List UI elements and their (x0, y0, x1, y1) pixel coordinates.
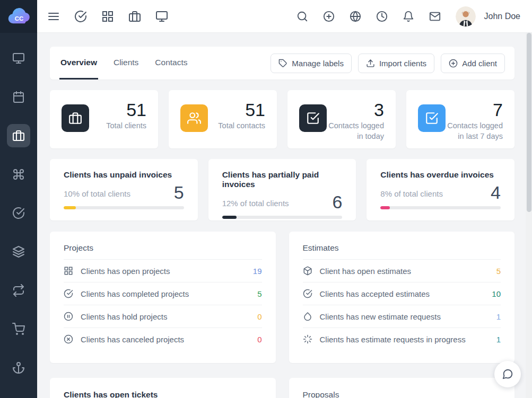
add-client-button[interactable]: Add client (441, 54, 505, 73)
card-title: Clients has partially paid invoices (222, 170, 343, 189)
tab-overview[interactable]: Overview (59, 47, 98, 79)
row-value: 19 (253, 267, 262, 276)
avatar[interactable] (456, 6, 476, 26)
plus-circle-icon (449, 59, 458, 68)
card-subtitle: 12% of total clients (222, 199, 289, 211)
unpaid-invoices-card[interactable]: Clients has unpaid invoices 10% of total… (50, 159, 198, 220)
plus-circle-icon[interactable] (323, 11, 335, 22)
cloud-logo-icon: CC (6, 6, 31, 26)
list-item-canceled-projects[interactable]: Clients has canceled projects 0 (64, 328, 262, 350)
bell-icon[interactable] (403, 11, 414, 22)
users-icon (180, 104, 208, 132)
message-circle-icon (502, 368, 513, 380)
loader-icon (303, 334, 312, 344)
grid-icon[interactable] (101, 10, 114, 23)
open-tickets-panel: Clients has open tickets (50, 378, 276, 398)
row-value: 1 (496, 312, 501, 321)
row-value: 0 (257, 312, 261, 321)
app-window: CC (0, 0, 532, 398)
stat-card-total-clients[interactable]: 51 Total clients (50, 90, 158, 148)
progress-fill (380, 206, 390, 209)
bottom-cards-row: Clients has open tickets Proposals (50, 378, 514, 398)
pause-circle-icon (64, 312, 73, 321)
check-circle-icon (303, 289, 312, 298)
progress-bar (222, 216, 343, 219)
row-value: 0 (257, 335, 261, 344)
grid-icon (64, 266, 73, 276)
progress-fill (222, 216, 237, 219)
sidebar: CC (0, 0, 37, 398)
progress-bar (64, 206, 184, 209)
list-item-open-projects[interactable]: Clients has open projects 19 (64, 259, 262, 282)
card-title: Clients has unpaid invoices (64, 170, 184, 180)
sidebar-item-book-icon[interactable] (7, 395, 30, 398)
tab-clients[interactable]: Clients (112, 47, 139, 79)
globe-icon[interactable] (350, 11, 361, 22)
stat-card-logged-today[interactable]: 3 Contacts logged in today (287, 90, 396, 148)
card-value: 6 (332, 193, 342, 211)
user-photo (456, 6, 476, 26)
droplet-icon (303, 312, 312, 321)
partially-paid-invoices-card[interactable]: Clients has partially paid invoices 12% … (208, 159, 356, 220)
sidebar-item-cart-icon[interactable] (7, 317, 30, 341)
scrollbar-thumb[interactable] (527, 33, 531, 212)
briefcase-icon (62, 104, 89, 132)
mail-icon[interactable] (429, 11, 441, 22)
stat-card-total-contacts[interactable]: 51 Total contacts (169, 90, 277, 148)
sidebar-item-command-icon[interactable] (7, 163, 30, 186)
check-square-icon (418, 104, 446, 132)
sidebar-item-repeat-icon[interactable] (7, 279, 30, 302)
overdue-invoices-card[interactable]: Clients has overdue invoices 8% of total… (367, 159, 514, 220)
row-value: 5 (496, 267, 501, 276)
list-item-new-estimate-requests[interactable]: Clients has new estimate requests 1 (303, 305, 501, 328)
card-subtitle: 10% of total clients (64, 189, 130, 201)
sidebar-item-monitor-icon[interactable] (7, 47, 30, 70)
vertical-scrollbar[interactable] (526, 33, 532, 398)
invoice-cards-row: Clients has unpaid invoices 10% of total… (50, 159, 514, 220)
svg-text:CC: CC (15, 15, 23, 22)
check-circle-icon (64, 289, 73, 298)
import-clients-button[interactable]: Import clients (358, 54, 434, 73)
tag-icon (278, 59, 287, 68)
menu-icon[interactable] (47, 10, 60, 23)
box-icon (303, 266, 312, 276)
sidebar-item-calendar-icon[interactable] (7, 85, 30, 109)
search-icon[interactable] (296, 11, 308, 22)
list-item-open-estimates[interactable]: Client has open estimates 5 (303, 259, 501, 282)
list-item-completed-projects[interactable]: Clients has completed projects 5 (64, 282, 262, 305)
user-name[interactable]: John Doe (484, 12, 521, 21)
monitor-icon[interactable] (155, 10, 168, 23)
card-value: 4 (491, 183, 501, 201)
progress-bar (380, 206, 501, 209)
sidebar-item-briefcase-icon[interactable] (7, 124, 30, 147)
app-logo[interactable]: CC (0, 0, 37, 33)
check-circle-icon[interactable] (74, 10, 87, 23)
panel-title: Estimates (303, 243, 501, 253)
stat-card-logged-7days[interactable]: 7 Contacts logged in last 7 days (406, 90, 514, 148)
sidebar-item-anchor-icon[interactable] (7, 356, 30, 379)
card-value: 5 (174, 183, 184, 201)
row-value: 1 (496, 335, 501, 344)
card-subtitle: 8% of total clients (380, 189, 443, 201)
clock-icon[interactable] (376, 11, 388, 22)
list-item-estimate-requests-in-progress[interactable]: Clients has estimate requests in progres… (303, 328, 501, 350)
row-value: 5 (257, 289, 261, 298)
manage-labels-button[interactable]: Manage labels (271, 54, 352, 73)
card-title: Clients has overdue invoices (380, 170, 501, 180)
tab-contacts[interactable]: Contacts (154, 47, 188, 79)
progress-fill (64, 206, 76, 209)
panel-title: Clients has open tickets (64, 390, 262, 398)
panels-row: Projects Clients has open projects 19 Cl… (50, 232, 514, 363)
list-item-hold-projects[interactable]: Clients has hold projects 0 (64, 305, 262, 328)
sidebar-item-layers-icon[interactable] (7, 240, 30, 263)
estimates-panel: Estimates Client has open estimates 5 Cl… (289, 232, 515, 363)
sidebar-item-check-circle-icon[interactable] (7, 201, 30, 225)
chat-fab-button[interactable] (494, 361, 521, 387)
tab-bar: Overview Clients Contacts Manage labels … (50, 47, 514, 79)
stat-cards-row: 51 Total clients 51 Total contacts 3 Con… (50, 90, 514, 148)
briefcase-icon[interactable] (128, 10, 141, 23)
projects-panel: Projects Clients has open projects 19 Cl… (50, 232, 276, 363)
list-item-accepted-estimates[interactable]: Clients has accepted estimates 10 (303, 282, 501, 305)
main-content: Overview Clients Contacts Manage labels … (37, 33, 532, 398)
panel-title: Projects (64, 243, 262, 253)
